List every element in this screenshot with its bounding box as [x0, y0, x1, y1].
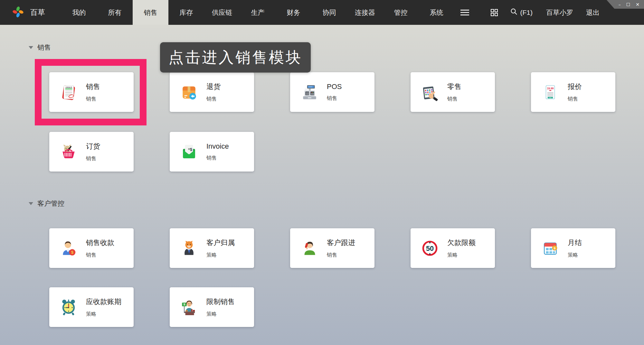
nav-tab-connector[interactable]: 连接器 [347, 0, 383, 25]
card-title: 报价 [568, 82, 582, 92]
module-card-retail[interactable]: 零售 销售 [411, 72, 495, 112]
card-title: 销售 [86, 82, 100, 92]
module-card-quote[interactable]: 19.99 buy 报价 销售 [531, 72, 615, 112]
card-subtitle: 策略 [568, 252, 582, 259]
logout-button[interactable]: 退出 [586, 8, 600, 17]
module-card-customer-ownership[interactable]: 客户归属 策略 [170, 228, 254, 268]
module-card-customer-follow-up[interactable]: 客户跟进 销售 [290, 228, 374, 268]
close-icon[interactable]: ✕ [636, 2, 639, 7]
price-quote-icon: 19.99 buy [541, 83, 559, 101]
limit-50-sign-icon: 50 [421, 239, 439, 257]
card-subtitle: 销售 [86, 252, 114, 259]
nav-tab-control[interactable]: 管控 [383, 0, 419, 25]
pinwheel-logo-icon [12, 6, 24, 19]
guide-tooltip: 点击进入销售模块 [160, 42, 311, 73]
svg-text:$: $ [190, 147, 192, 152]
card-subtitle: 策略 [206, 252, 235, 259]
module-card-monthly-settlement[interactable]: $ 月结 策略 [531, 228, 615, 268]
svg-text:19.99: 19.99 [547, 86, 554, 90]
card-subtitle: 销售 [206, 155, 229, 162]
card-subtitle: 销售 [568, 96, 582, 103]
caret-down-icon [29, 46, 33, 49]
section-header-sales[interactable]: 销售 [29, 43, 51, 52]
card-title: 销售收款 [86, 238, 114, 248]
card-subtitle: 销售 [327, 252, 355, 259]
restricted-seller-icon: $ [180, 298, 198, 316]
card-title: 订货 [86, 142, 100, 151]
salesman-payment-icon: $ [60, 239, 78, 257]
module-card-invoice[interactable]: = $ Invoice 销售 [170, 132, 254, 172]
card-subtitle: 销售 [86, 96, 100, 103]
cash-register-icon [300, 83, 318, 101]
apps-grid-icon[interactable] [490, 9, 498, 16]
invoice-envelope-icon: = $ [180, 143, 198, 161]
module-card-debt-limit[interactable]: 50 欠款限额 策略 [411, 228, 495, 268]
card-title: 退货 [206, 82, 221, 92]
card-subtitle: 策略 [206, 311, 235, 318]
svg-text:=: = [188, 147, 190, 151]
svg-text:50: 50 [426, 244, 434, 252]
nav-tab-collaboration[interactable]: 协同 [311, 0, 347, 25]
module-card-sales[interactable]: ORDER 销售 销售 [49, 72, 134, 112]
module-card-restricted-sales[interactable]: $ 限制销售 策略 [170, 287, 254, 327]
minimize-icon[interactable]: – [619, 2, 621, 7]
card-title: 客户归属 [206, 238, 235, 248]
retail-tablet-icon [421, 83, 439, 101]
nav-tab-all[interactable]: 所有 [97, 0, 133, 25]
card-title: POS [327, 83, 342, 91]
card-subtitle: 策略 [86, 311, 121, 318]
section-header-customer-control[interactable]: 客户管控 [29, 199, 64, 208]
svg-text:ORDER: ORDER [65, 86, 72, 88]
card-title: 零售 [447, 82, 461, 92]
search-icon [510, 8, 517, 17]
card-subtitle: 策略 [447, 252, 476, 259]
monthly-calendar-icon: $ [541, 239, 559, 257]
alarm-clock-icon [60, 298, 78, 316]
module-card-receivable-terms[interactable]: 应收款账期 策略 [49, 287, 134, 327]
nav-tab-system[interactable]: 系统 [419, 0, 454, 25]
card-title: 客户跟进 [327, 238, 355, 248]
module-card-sales-collection[interactable]: $ 销售收款 销售 [49, 228, 134, 268]
module-card-pos[interactable]: POS 销售 [290, 72, 374, 112]
nav-tab-production[interactable]: 生产 [240, 0, 276, 25]
card-subtitle: 销售 [206, 96, 221, 103]
sales-order-icon: ORDER [60, 83, 78, 101]
module-card-returns[interactable]: 退货 销售 [170, 72, 254, 112]
hamburger-menu-icon[interactable] [454, 0, 475, 25]
search-button[interactable]: (F1) [510, 8, 533, 17]
nav-tab-my[interactable]: 我的 [61, 0, 97, 25]
svg-text:$: $ [71, 250, 73, 255]
caret-down-icon [29, 202, 33, 205]
module-card-ordering[interactable]: 订货 销售 [49, 132, 134, 172]
card-subtitle: 销售 [86, 155, 100, 162]
card-title: 欠款限额 [447, 238, 476, 248]
nav-tab-inventory[interactable]: 库存 [168, 0, 204, 25]
card-title: Invoice [206, 142, 229, 151]
app-logo: 百草 [0, 0, 61, 25]
phone-follow-up-icon [300, 239, 318, 257]
section-title: 客户管控 [37, 199, 64, 208]
card-subtitle: 销售 [327, 95, 342, 102]
order-basket-icon [60, 143, 78, 161]
return-box-icon [180, 83, 198, 101]
search-hotkey-label: (F1) [520, 9, 533, 16]
nav-tab-supply-chain[interactable]: 供应链 [204, 0, 240, 25]
cat-suit-icon [180, 239, 198, 257]
nav-tab-finance[interactable]: 财务 [276, 0, 311, 25]
svg-text:$: $ [184, 303, 185, 306]
module-launcher: 销售 ORDER 销售 销售 [0, 25, 644, 345]
card-title: 应收款账期 [86, 297, 121, 307]
card-title: 限制销售 [206, 297, 235, 307]
maximize-icon[interactable]: ☐ [626, 2, 630, 7]
current-user[interactable]: 百草小罗 [546, 8, 573, 17]
card-title: 月结 [568, 238, 582, 248]
nav-tab-sales[interactable]: 销售 [133, 0, 168, 25]
titlebar: 百草 我的 所有 销售 库存 供应链 生产 财务 协同 连接器 管控 系统 [0, 0, 644, 25]
card-subtitle: 销售 [447, 96, 461, 103]
app-name: 百草 [30, 7, 45, 17]
section-title: 销售 [37, 43, 51, 52]
svg-text:$: $ [554, 246, 556, 250]
svg-text:buy: buy [549, 97, 551, 98]
